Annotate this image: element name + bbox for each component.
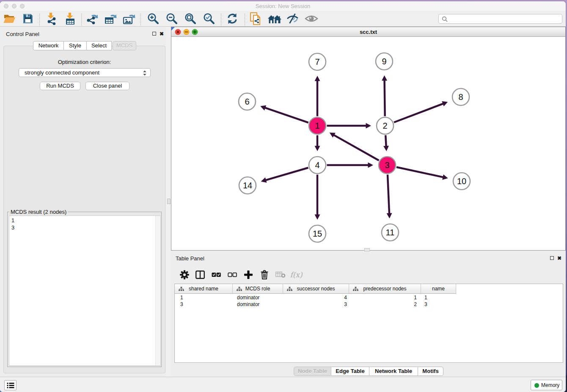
run-mcds-button[interactable]: Run MCDS (40, 82, 80, 90)
column-header-MCDS-role[interactable]: MCDS role (233, 284, 283, 294)
task-history-button[interactable] (4, 380, 17, 390)
graph-edge[interactable] (396, 167, 443, 177)
table-cell: dominator (233, 301, 283, 308)
graph-node-label: 2 (383, 121, 387, 130)
mcds-result-title: MCDS result (2 nodes) (9, 209, 68, 215)
delete-table-icon[interactable] (274, 268, 287, 281)
gear-icon[interactable] (178, 268, 191, 281)
column-header-successor-nodes[interactable]: successor nodes (283, 284, 349, 294)
import-table-icon[interactable] (63, 12, 77, 25)
column-header-shared-name[interactable]: shared name (175, 284, 233, 294)
graph-node-label: 7 (315, 57, 319, 66)
tab-edge-table[interactable]: Edge Table (331, 367, 369, 376)
tab-network[interactable]: Network (33, 41, 64, 50)
graph-edge-arrowhead (261, 177, 267, 182)
column-header-predecessor-nodes[interactable]: predecessor nodes (349, 284, 421, 294)
node-table[interactable]: shared nameMCDS rolesuccessor nodesprede… (174, 284, 563, 363)
zoom-out-icon[interactable] (165, 12, 179, 25)
table-cell: 4 (283, 294, 349, 301)
network-canvas[interactable]: 1234678910111415 (171, 37, 565, 250)
save-icon[interactable] (21, 12, 35, 25)
column-type-icon (353, 287, 358, 291)
tab-mcds[interactable]: MCDS (113, 41, 136, 50)
zoom-fit-icon[interactable] (183, 12, 198, 25)
result-scrollbar[interactable] (155, 216, 160, 365)
list-icon (7, 382, 14, 389)
function-builder-icon[interactable]: f(x) (290, 268, 303, 281)
graph-edge[interactable] (385, 135, 386, 146)
control-panel-title: Control Panel (6, 31, 39, 37)
deselect-all-icon[interactable] (226, 268, 239, 281)
export-network-icon[interactable] (85, 12, 99, 25)
table-row[interactable]: 3dominator323 (175, 301, 563, 308)
graph-edge-arrowhead (382, 75, 387, 81)
column-header-label: MCDS role (245, 286, 270, 292)
import-network-icon[interactable] (44, 12, 58, 25)
graph-node-label: 3 (385, 160, 389, 170)
table-panel-float-button[interactable] (550, 256, 554, 260)
optimization-criterion-label: Optimization criterion: (4, 59, 165, 65)
mcds-panel: Optimization criterion: strongly connect… (3, 46, 165, 373)
search-input[interactable] (450, 15, 560, 23)
control-panel-close-button[interactable]: ✖ (160, 31, 164, 36)
criterion-select[interactable]: strongly connected component (19, 68, 151, 77)
column-header-label: predecessor nodes (363, 286, 406, 292)
export-image-icon[interactable] (122, 12, 136, 25)
export-table-icon[interactable] (103, 12, 118, 25)
zoom-selected-icon[interactable] (202, 12, 216, 25)
refresh-icon[interactable] (225, 12, 239, 25)
control-panel-float-button[interactable] (152, 32, 156, 36)
hide-eye-icon[interactable] (286, 12, 300, 25)
graph-edge[interactable] (394, 104, 443, 122)
show-eye-icon[interactable] (304, 12, 319, 25)
split-columns-icon[interactable] (194, 268, 206, 281)
graph-edge[interactable] (388, 174, 389, 213)
network-window-title: scc.txt (171, 29, 565, 35)
graph-edge-arrowhead (366, 123, 372, 129)
add-icon[interactable] (242, 268, 255, 281)
table-panel: Table Panel ✖ (171, 253, 566, 377)
focus-corner-decoration (171, 27, 175, 30)
home-icon[interactable] (267, 12, 282, 25)
toolbar-separator (245, 14, 245, 26)
table-cell: 1 (421, 294, 456, 301)
tab-motifs[interactable]: Motifs (418, 367, 443, 376)
tab-node-table[interactable]: Node Table (294, 367, 331, 376)
memory-status-dot (534, 383, 539, 388)
open-folder-icon[interactable] (2, 12, 17, 25)
zoom-in-icon[interactable] (146, 12, 160, 25)
horizontal-splitter-grip[interactable] (364, 248, 370, 251)
graph-edge-arrowhead (387, 213, 392, 218)
network-graph[interactable]: 1234678910111415 (171, 37, 565, 250)
column-header-name[interactable]: name (421, 284, 456, 294)
memory-button[interactable]: Memory (531, 380, 562, 390)
close-panel-button[interactable]: Close panel (85, 82, 129, 90)
mcds-result-list[interactable]: 1 3 (9, 215, 161, 366)
graph-edge[interactable] (266, 168, 308, 180)
tab-select[interactable]: Select (87, 41, 112, 50)
column-header-label: name (432, 286, 445, 292)
table-panel-close-button[interactable]: ✖ (557, 256, 561, 261)
graph-edge-arrowhead (315, 76, 320, 81)
graph-edge[interactable] (265, 108, 308, 122)
column-header-label: shared name (189, 286, 218, 292)
control-panel: Control Panel ✖ Optimization criterion: … (0, 27, 166, 377)
tab-style[interactable]: Style (64, 41, 87, 50)
tab-network-table[interactable]: Network Table (369, 367, 418, 376)
table-cell: 2 (349, 301, 421, 308)
status-bar: Memory (0, 377, 566, 392)
search-field[interactable] (438, 14, 562, 24)
table-cell: 1 (349, 294, 421, 301)
delete-icon[interactable] (258, 268, 271, 281)
graph-edge-arrowhead (442, 174, 448, 180)
graph-edge-arrowhead (383, 146, 389, 151)
table-row[interactable]: 1dominator411 (175, 294, 563, 301)
app-title: Session: New Session (0, 3, 566, 9)
graph-edge[interactable] (385, 80, 385, 116)
vertical-splitter-grip[interactable] (167, 199, 171, 204)
table-cell: 3 (175, 301, 233, 308)
select-all-icon[interactable] (210, 268, 223, 281)
graph-edge[interactable] (334, 135, 379, 160)
criterion-select-value: strongly connected component (25, 69, 99, 76)
clone-network-icon[interactable] (249, 12, 263, 25)
